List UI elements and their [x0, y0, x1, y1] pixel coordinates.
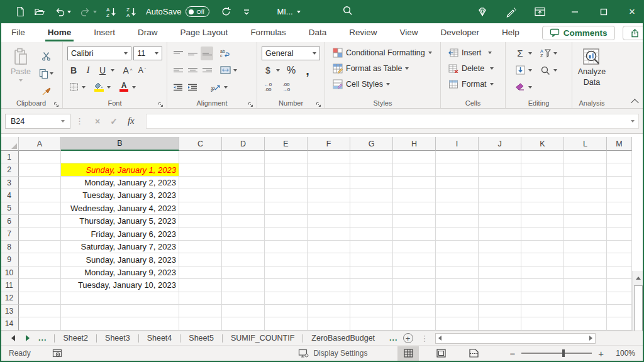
fill-chevron-icon[interactable] — [528, 69, 532, 72]
cell-L13[interactable] — [564, 305, 607, 317]
cell-H3[interactable] — [393, 177, 436, 189]
cell-J7[interactable] — [479, 228, 521, 241]
cell-K6[interactable] — [521, 215, 564, 228]
cell-C6[interactable] — [179, 215, 222, 228]
cell-B2[interactable]: Sunday, January 1, 2023 — [61, 163, 179, 176]
underline-chevron-icon[interactable] — [111, 69, 114, 72]
increase-decimal-button[interactable]: ←0.00 — [262, 80, 274, 94]
format-cells-button[interactable]: Format — [446, 76, 502, 92]
cell-E9[interactable] — [265, 253, 308, 266]
cell-G9[interactable] — [350, 253, 393, 266]
sheet-overflow-left[interactable]: ... — [38, 334, 47, 343]
cell-D8[interactable] — [222, 241, 265, 253]
cell-C7[interactable] — [179, 228, 222, 241]
cell-A13[interactable] — [19, 305, 61, 317]
cell-A8[interactable] — [19, 241, 61, 253]
cell-I1[interactable] — [436, 151, 479, 163]
cell-D14[interactable] — [222, 317, 265, 330]
cell-J2[interactable] — [479, 163, 521, 176]
cell-K4[interactable] — [521, 189, 564, 202]
sheet-overflow-right[interactable]: ... — [389, 334, 397, 343]
cell-M5[interactable] — [607, 202, 632, 215]
cell-B4[interactable]: Tuesday, January 3, 2023 — [61, 189, 179, 202]
sheet-tab-ZeroBasedBudget[interactable]: ZeroBasedBudget — [303, 331, 383, 345]
percent-style-button[interactable]: % — [285, 63, 297, 77]
cell-M8[interactable] — [607, 241, 632, 253]
cell-J9[interactable] — [479, 253, 521, 266]
cell-C11[interactable] — [179, 279, 222, 292]
column-header-B[interactable]: B — [61, 137, 179, 151]
undo-dropdown-chevron-icon[interactable] — [67, 11, 71, 13]
cell-J8[interactable] — [479, 241, 521, 253]
cell-K7[interactable] — [521, 228, 564, 241]
page-break-view-button[interactable] — [463, 346, 484, 361]
cell-G11[interactable] — [350, 279, 393, 292]
sheet-tab-Sheet2[interactable]: Sheet2 — [55, 331, 96, 345]
cell-E5[interactable] — [265, 202, 308, 215]
cell-M4[interactable] — [607, 189, 632, 202]
cell-G5[interactable] — [350, 202, 393, 215]
undo-button[interactable] — [54, 7, 71, 17]
cell-G10[interactable] — [350, 266, 393, 279]
cell-A6[interactable] — [19, 215, 61, 228]
cell-M13[interactable] — [607, 305, 632, 317]
cell-E14[interactable] — [265, 317, 308, 330]
sort-za-button[interactable]: ZA — [126, 6, 137, 18]
cell-E6[interactable] — [265, 215, 308, 228]
cell-D7[interactable] — [222, 228, 265, 241]
cell-I14[interactable] — [436, 317, 479, 330]
comma-style-button[interactable]: , — [301, 63, 314, 77]
cell-E11[interactable] — [265, 279, 308, 292]
align-middle-button[interactable] — [186, 47, 199, 60]
row-header-8[interactable]: 8 — [0, 241, 19, 253]
cell-H12[interactable] — [393, 292, 436, 305]
cell-F10[interactable] — [308, 266, 350, 279]
sheet-tab-Sheet3[interactable]: Sheet3 — [97, 331, 138, 345]
cell-G14[interactable] — [350, 317, 393, 330]
cell-J13[interactable] — [479, 305, 521, 317]
cell-K2[interactable] — [521, 163, 564, 176]
cell-J5[interactable] — [479, 202, 521, 215]
row-header-6[interactable]: 6 — [0, 215, 19, 228]
cell-M7[interactable] — [607, 228, 632, 241]
orientation-button[interactable]: ab — [209, 80, 222, 94]
cell-E7[interactable] — [265, 228, 308, 241]
cell-B11[interactable]: Tuesday, January 10, 2023 — [61, 279, 179, 292]
cell-C14[interactable] — [179, 317, 222, 330]
cell-A11[interactable] — [19, 279, 61, 292]
conditional-formatting-button[interactable]: Conditional Formatting — [330, 45, 438, 60]
row-header-13[interactable]: 13 — [0, 305, 19, 317]
underline-button[interactable]: U — [96, 63, 109, 77]
cell-C1[interactable] — [179, 151, 222, 163]
cell-F14[interactable] — [308, 317, 350, 330]
cell-M12[interactable] — [607, 292, 632, 305]
cell-A5[interactable] — [19, 202, 61, 215]
cell-B3[interactable]: Monday, January 2, 2023 — [61, 177, 179, 189]
collapse-ribbon-icon[interactable] — [631, 99, 639, 107]
cell-K5[interactable] — [521, 202, 564, 215]
analyze-data-button[interactable]: Analyze Data — [575, 45, 609, 97]
cell-C5[interactable] — [179, 202, 222, 215]
wrap-text-button[interactable]: abc — [219, 47, 231, 60]
tab-page-layout[interactable]: Page Layout — [180, 24, 228, 41]
fill-color-chevron-icon[interactable] — [107, 86, 111, 89]
column-header-H[interactable]: H — [393, 137, 436, 151]
row-header-4[interactable]: 4 — [0, 189, 19, 202]
column-header-K[interactable]: K — [521, 137, 564, 151]
cell-B5[interactable]: Wednesday, January 4, 2023 — [61, 202, 179, 215]
redo-button[interactable] — [80, 7, 97, 17]
sheet-tab-Sheet4[interactable]: Sheet4 — [139, 331, 180, 345]
font-name-combo[interactable]: Calibri — [67, 47, 131, 60]
prev-sheet-icon[interactable] — [11, 335, 15, 341]
orientation-chevron-icon[interactable] — [224, 86, 228, 89]
row-header-1[interactable]: 1 — [0, 151, 19, 163]
column-header-E[interactable]: E — [265, 137, 308, 151]
cell-D6[interactable] — [222, 215, 265, 228]
column-header-M[interactable]: M — [607, 137, 632, 151]
cell-G13[interactable] — [350, 305, 393, 317]
align-center-button[interactable] — [186, 63, 199, 77]
open-file-button[interactable] — [34, 7, 45, 17]
cell-G8[interactable] — [350, 241, 393, 253]
cell-A7[interactable] — [19, 228, 61, 241]
cell-H7[interactable] — [393, 228, 436, 241]
